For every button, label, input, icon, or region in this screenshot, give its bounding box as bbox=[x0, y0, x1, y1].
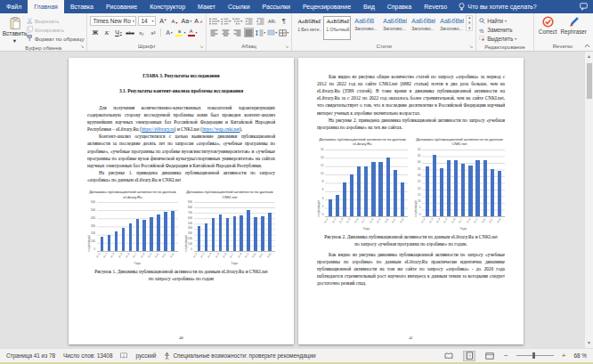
shading-button[interactable]: ▾ bbox=[267, 28, 277, 37]
tab-вставка[interactable]: Вставка bbox=[64, 0, 100, 13]
bar bbox=[440, 168, 443, 216]
show-formatting-marks-button[interactable]: ¶ bbox=[279, 16, 288, 26]
chart-fig2-cnki[interactable]: Динамика публикационной активности по да… bbox=[414, 137, 505, 231]
zoom-in-button[interactable]: + bbox=[562, 352, 566, 360]
collapse-ribbon-button[interactable] bbox=[584, 44, 590, 49]
vertical-scrollbar[interactable]: ▲ ▼ bbox=[584, 52, 593, 348]
decrease-indent-button[interactable] bbox=[244, 16, 254, 26]
scroll-up-icon[interactable]: ▲ bbox=[585, 54, 593, 59]
comment-button[interactable] bbox=[574, 0, 593, 13]
tab-файл[interactable]: Файл bbox=[0, 0, 28, 13]
reverso-rephraser-button[interactable]: Rephraser bbox=[561, 16, 587, 35]
line-spacing-button[interactable]: ▾ bbox=[256, 28, 265, 37]
scroll-down-icon[interactable]: ▼ bbox=[585, 341, 593, 345]
subscript-button[interactable]: x₂ bbox=[136, 28, 146, 37]
tab-reverso[interactable]: Reverso bbox=[418, 0, 453, 13]
shrink-font-button[interactable]: А▾ bbox=[169, 16, 179, 26]
bold-button[interactable]: Ж bbox=[90, 28, 100, 37]
hyperlink[interactable]: https://elibrary.ru bbox=[142, 126, 175, 132]
zoom-out-button[interactable]: − bbox=[504, 352, 508, 360]
dialog-launcher-icon[interactable]: ⇘ bbox=[469, 44, 473, 49]
align-left-button[interactable] bbox=[209, 28, 219, 37]
bullets-button[interactable]: ▾ bbox=[209, 16, 219, 26]
style-card-6[interactable]: АаБбВвГчЗаголово... bbox=[437, 16, 465, 40]
numbering-button[interactable]: ▾ bbox=[221, 16, 231, 26]
gallery-more-icon[interactable]: ▼ bbox=[467, 27, 472, 31]
align-right-button[interactable] bbox=[232, 28, 242, 37]
bar bbox=[447, 160, 451, 216]
document-canvas[interactable]: ГЛАВА 3. Результаты исследования 3.1. Ре… bbox=[0, 52, 593, 348]
zoom-level[interactable]: 68 % bbox=[573, 352, 587, 359]
font-size-combobox[interactable]: 14▾ bbox=[138, 16, 156, 26]
ribbon-tabs: ФайлГлавнаяВставкаРисованиеКонструкторМа… bbox=[0, 0, 453, 13]
superscript-button[interactable]: x² bbox=[148, 28, 158, 37]
highlight-color-button[interactable]: а▾ bbox=[175, 28, 185, 37]
paste-button[interactable]: Вставить ▾ bbox=[3, 15, 27, 44]
cut-button[interactable]: Вырезать bbox=[27, 17, 84, 25]
print-layout-button[interactable] bbox=[463, 351, 475, 361]
font-name-combobox[interactable]: Times New Ro▾ bbox=[90, 16, 136, 26]
tab-справка[interactable]: Справка bbox=[381, 0, 418, 13]
proofing-status[interactable] bbox=[120, 352, 127, 359]
font-color-button[interactable]: А▾ bbox=[188, 28, 198, 37]
strikethrough-button[interactable]: abc bbox=[125, 28, 134, 37]
style-card-2[interactable]: АаБбВвГг1 Обычный bbox=[323, 16, 351, 40]
tab-макет[interactable]: Макет bbox=[191, 0, 222, 13]
y-axis-ticks: 9008007006005004003002001000 bbox=[188, 201, 194, 251]
styles-gallery-scroll[interactable]: ▲ ▼ ▼ bbox=[466, 15, 473, 31]
find-button[interactable]: Найти▾ bbox=[479, 17, 516, 25]
word-count[interactable]: Число слов: 13408 bbox=[63, 352, 112, 359]
chart-fig1-cnki[interactable]: Динамика публикационной активности по да… bbox=[184, 190, 275, 265]
style-card-1[interactable]: АаБбВвГг1 Без инте... bbox=[295, 16, 322, 40]
document-page-left[interactable]: ГЛАВА 3. Результаты исследования 3.1. Ре… bbox=[69, 58, 294, 344]
tab-рассылки[interactable]: Рассылки bbox=[256, 0, 296, 13]
page-indicator[interactable]: Страница 41 из 78 bbox=[6, 352, 55, 359]
language-indicator[interactable]: русский bbox=[135, 352, 156, 359]
justify-button[interactable] bbox=[244, 28, 254, 37]
tell-me-assistant[interactable]: Что вы хотите сделать? bbox=[453, 0, 541, 13]
scrollbar-thumb[interactable] bbox=[587, 63, 592, 99]
italic-button[interactable]: К bbox=[102, 28, 111, 37]
increase-indent-button[interactable] bbox=[256, 16, 265, 26]
scroll-down-icon[interactable]: ▼ bbox=[467, 21, 472, 26]
replace-button[interactable]: abЗаменить bbox=[479, 26, 516, 34]
text-effects-button[interactable]: А▾ bbox=[164, 28, 174, 37]
style-card-3[interactable]: АаБбВЗаголово... bbox=[352, 16, 379, 40]
dialog-launcher-icon[interactable]: ⇘ bbox=[285, 44, 288, 49]
hyperlink[interactable]: https://wap.cnki.net bbox=[202, 126, 240, 132]
document-page-right[interactable]: Как видно из рисунка общее количество ст… bbox=[298, 58, 524, 344]
tab-главная[interactable]: Главная bbox=[28, 0, 64, 13]
tab-рецензирование[interactable]: Рецензирование bbox=[296, 0, 357, 13]
accessibility-checker[interactable]: Специальные возможности: проверьте реком… bbox=[164, 352, 315, 360]
chart-fig1-elibrary[interactable]: Динамика публикационной активности по да… bbox=[87, 190, 178, 265]
bar bbox=[115, 231, 118, 251]
multilevel-list-button[interactable]: ▾ bbox=[232, 16, 242, 26]
sort-button[interactable]: АЯ↓ bbox=[267, 16, 277, 26]
read-mode-button[interactable] bbox=[443, 351, 455, 361]
clear-formatting-button[interactable]: А◢ bbox=[193, 16, 203, 26]
tab-рисование[interactable]: Рисование bbox=[100, 0, 143, 13]
reverso-correct-button[interactable]: Correct bbox=[539, 16, 557, 35]
change-case-button[interactable]: Аа▾ bbox=[181, 16, 191, 26]
select-button[interactable]: Выделить▾ bbox=[479, 35, 516, 43]
group-styles: АаБбВвГг1 Без инте...АаБбВвГг1 ОбычныйАа… bbox=[292, 13, 476, 51]
copy-button[interactable]: Копировать bbox=[27, 26, 84, 34]
tab-вид[interactable]: Вид bbox=[357, 0, 381, 13]
dialog-launcher-icon[interactable]: ⇘ bbox=[80, 44, 84, 49]
tab-ссылки[interactable]: Ссылки bbox=[222, 0, 256, 13]
chart-fig2-elibrary[interactable]: Динамика публикационной активности по да… bbox=[317, 137, 408, 231]
tab-конструктор[interactable]: Конструктор bbox=[143, 0, 191, 13]
style-card-4[interactable]: АаБбВвГЗаголово... bbox=[380, 16, 408, 40]
paragraph: На рисунке 1. приведена динамика публика… bbox=[87, 169, 275, 183]
zoom-slider-thumb[interactable] bbox=[532, 352, 535, 359]
underline-button[interactable]: Ч▾ bbox=[113, 28, 123, 37]
align-center-button[interactable] bbox=[221, 28, 231, 37]
style-card-5[interactable]: АаБбВвГгЗаголово... bbox=[409, 16, 436, 40]
style-sample: АаБбВвГг bbox=[297, 18, 320, 25]
web-layout-button[interactable] bbox=[483, 351, 496, 361]
dialog-launcher-icon[interactable]: ⇘ bbox=[199, 44, 203, 49]
borders-button[interactable]: ▾ bbox=[279, 28, 288, 37]
grow-font-button[interactable]: А▴ bbox=[158, 16, 167, 26]
zoom-slider[interactable] bbox=[516, 355, 554, 356]
format-painter-button[interactable]: Формат по образцу bbox=[27, 35, 84, 43]
